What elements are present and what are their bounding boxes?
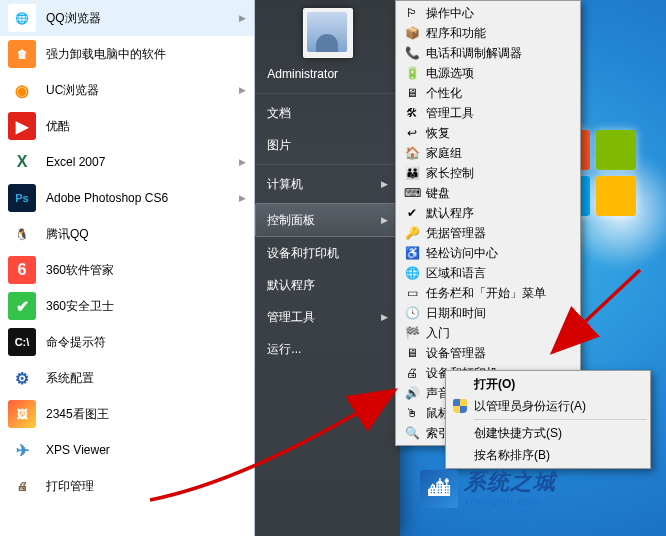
- control-panel-item[interactable]: 🏁入门: [398, 323, 578, 343]
- start-right-label: 默认程序: [267, 277, 315, 294]
- app-label: 打印管理: [46, 478, 94, 495]
- app-icon: 🖨: [8, 472, 36, 500]
- control-panel-item[interactable]: 🔑凭据管理器: [398, 223, 578, 243]
- submenu-arrow-icon: ▶: [381, 179, 388, 189]
- context-menu-label: 打开(O): [474, 376, 515, 393]
- user-avatar[interactable]: [303, 8, 353, 58]
- app-icon: 6: [8, 256, 36, 284]
- context-menu-label: 以管理员身份运行(A): [474, 398, 586, 415]
- app-icon: ◉: [8, 76, 36, 104]
- control-panel-item-label: 操作中心: [426, 5, 474, 22]
- context-menu-item[interactable]: 以管理员身份运行(A): [448, 395, 648, 417]
- app-item[interactable]: ⚙系统配置: [0, 360, 254, 396]
- control-panel-item-icon: ⌨: [404, 185, 420, 201]
- control-panel-item-icon: 📦: [404, 25, 420, 41]
- start-menu: 🌐QQ浏览器▶🗑强力卸载电脑中的软件◉UC浏览器▶▶优酷XExcel 2007▶…: [0, 0, 400, 536]
- app-icon: X: [8, 148, 36, 176]
- app-item[interactable]: ▶优酷: [0, 108, 254, 144]
- control-panel-item-label: 设备管理器: [426, 345, 486, 362]
- submenu-arrow-icon: ▶: [381, 215, 388, 225]
- start-right-item[interactable]: 运行...: [255, 333, 400, 365]
- control-panel-item[interactable]: ⌨键盘: [398, 183, 578, 203]
- start-right-label: 计算机: [267, 176, 303, 193]
- app-item[interactable]: 🖼2345看图王: [0, 396, 254, 432]
- control-panel-item[interactable]: ↩恢复: [398, 123, 578, 143]
- control-panel-item-icon: ✔: [404, 205, 420, 221]
- control-panel-item-label: 电源选项: [426, 65, 474, 82]
- control-panel-item[interactable]: 🏳操作中心: [398, 3, 578, 23]
- start-right-item[interactable]: 计算机▶: [255, 164, 400, 200]
- app-icon: 🌐: [8, 4, 36, 32]
- watermark-logo-icon: 🏙: [420, 470, 458, 508]
- start-right-label: 图片: [267, 137, 291, 154]
- control-panel-item[interactable]: 🏠家庭组: [398, 143, 578, 163]
- context-menu-separator: [474, 419, 647, 420]
- app-icon: ⚙: [8, 364, 36, 392]
- watermark-text-cn: 系统之城: [464, 471, 556, 493]
- control-panel-item-label: 入门: [426, 325, 450, 342]
- start-right-item[interactable]: 默认程序: [255, 269, 400, 301]
- control-panel-item[interactable]: 🕓日期和时间: [398, 303, 578, 323]
- control-panel-item[interactable]: 🛠管理工具: [398, 103, 578, 123]
- control-panel-item[interactable]: 🔋电源选项: [398, 63, 578, 83]
- control-panel-item[interactable]: ▭任务栏和「开始」菜单: [398, 283, 578, 303]
- app-icon: ✔: [8, 292, 36, 320]
- start-right-item[interactable]: 管理工具▶: [255, 301, 400, 333]
- app-label: 腾讯QQ: [46, 226, 89, 243]
- app-item[interactable]: C:\命令提示符: [0, 324, 254, 360]
- start-right-label: Administrator: [267, 67, 338, 81]
- control-panel-item-icon: 🔍: [404, 425, 420, 441]
- start-right-item[interactable]: 设备和打印机: [255, 237, 400, 269]
- submenu-arrow-icon: ▶: [239, 85, 246, 95]
- start-right-label: 控制面板: [267, 212, 315, 229]
- control-panel-item-icon: 🖱: [404, 405, 420, 421]
- context-menu-item[interactable]: 按名称排序(B): [448, 444, 648, 466]
- control-panel-item-icon: 📞: [404, 45, 420, 61]
- control-panel-item-icon: 👪: [404, 165, 420, 181]
- watermark: 🏙 系统之城 xitong86.com: [420, 470, 556, 508]
- app-label: 系统配置: [46, 370, 94, 387]
- control-panel-item-label: 默认程序: [426, 205, 474, 222]
- control-panel-item[interactable]: 📦程序和功能: [398, 23, 578, 43]
- control-panel-item[interactable]: 🌐区域和语言: [398, 263, 578, 283]
- app-item[interactable]: 🖨打印管理: [0, 468, 254, 504]
- context-menu-label: 创建快捷方式(S): [474, 425, 562, 442]
- app-item[interactable]: PsAdobe Photoshop CS6▶: [0, 180, 254, 216]
- start-right-item[interactable]: Administrator: [255, 58, 400, 90]
- context-menu-item[interactable]: 打开(O): [448, 373, 648, 395]
- control-panel-item[interactable]: ♿轻松访问中心: [398, 243, 578, 263]
- control-panel-item-label: 日期和时间: [426, 305, 486, 322]
- app-label: 优酷: [46, 118, 70, 135]
- app-item[interactable]: 🗑强力卸载电脑中的软件: [0, 36, 254, 72]
- control-panel-item-label: 任务栏和「开始」菜单: [426, 285, 546, 302]
- app-item[interactable]: 6360软件管家: [0, 252, 254, 288]
- control-panel-item[interactable]: 👪家长控制: [398, 163, 578, 183]
- start-right-item[interactable]: 图片: [255, 129, 400, 161]
- app-item[interactable]: 🌐QQ浏览器▶: [0, 0, 254, 36]
- app-icon: 🖼: [8, 400, 36, 428]
- watermark-text-en: xitong86.com: [464, 496, 556, 507]
- app-item[interactable]: 🐧腾讯QQ: [0, 216, 254, 252]
- app-item[interactable]: ✈XPS Viewer: [0, 432, 254, 468]
- app-item[interactable]: XExcel 2007▶: [0, 144, 254, 180]
- control-panel-item-label: 程序和功能: [426, 25, 486, 42]
- control-panel-item[interactable]: 🖥个性化: [398, 83, 578, 103]
- submenu-arrow-icon: ▶: [239, 193, 246, 203]
- control-panel-item[interactable]: 📞电话和调制解调器: [398, 43, 578, 63]
- app-label: QQ浏览器: [46, 10, 101, 27]
- app-item[interactable]: ◉UC浏览器▶: [0, 72, 254, 108]
- app-item[interactable]: ✔360安全卫士: [0, 288, 254, 324]
- start-right-label: 设备和打印机: [267, 245, 339, 262]
- app-label: Adobe Photoshop CS6: [46, 191, 168, 205]
- control-panel-item[interactable]: 🖥设备管理器: [398, 343, 578, 363]
- start-right-item[interactable]: 控制面板▶: [255, 203, 400, 237]
- control-panel-item[interactable]: ✔默认程序: [398, 203, 578, 223]
- start-right-item[interactable]: 文档: [255, 93, 400, 129]
- context-menu-item[interactable]: 创建快捷方式(S): [448, 422, 648, 444]
- control-panel-item-label: 个性化: [426, 85, 462, 102]
- control-panel-item-label: 电话和调制解调器: [426, 45, 522, 62]
- control-panel-item-label: 键盘: [426, 185, 450, 202]
- control-panel-item-icon: ♿: [404, 245, 420, 261]
- app-label: XPS Viewer: [46, 443, 110, 457]
- app-label: 2345看图王: [46, 406, 109, 423]
